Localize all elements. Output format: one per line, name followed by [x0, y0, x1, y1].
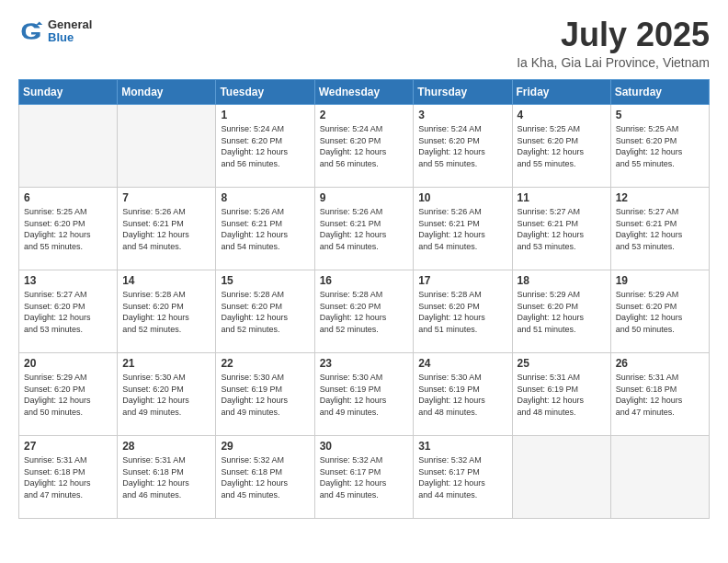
- calendar-cell: 27Sunrise: 5:31 AM Sunset: 6:18 PM Dayli…: [19, 436, 118, 519]
- day-info: Sunrise: 5:25 AM Sunset: 6:20 PM Dayligh…: [24, 206, 112, 252]
- calendar-week-3: 13Sunrise: 5:27 AM Sunset: 6:20 PM Dayli…: [19, 270, 710, 353]
- calendar-cell: 15Sunrise: 5:28 AM Sunset: 6:20 PM Dayli…: [216, 270, 314, 353]
- calendar-cell: 12Sunrise: 5:27 AM Sunset: 6:21 PM Dayli…: [610, 188, 709, 270]
- day-number: 25: [518, 357, 606, 370]
- day-number: 31: [418, 440, 506, 453]
- day-info: Sunrise: 5:32 AM Sunset: 6:17 PM Dayligh…: [418, 454, 506, 500]
- day-info: Sunrise: 5:24 AM Sunset: 6:20 PM Dayligh…: [320, 123, 409, 169]
- weekday-header-sunday: Sunday: [19, 80, 118, 105]
- calendar-table: SundayMondayTuesdayWednesdayThursdayFrid…: [18, 79, 710, 519]
- day-number: 7: [122, 191, 210, 204]
- day-info: Sunrise: 5:28 AM Sunset: 6:20 PM Dayligh…: [418, 289, 506, 335]
- weekday-header-friday: Friday: [512, 80, 610, 105]
- day-info: Sunrise: 5:32 AM Sunset: 6:18 PM Dayligh…: [221, 454, 309, 500]
- calendar-cell: 22Sunrise: 5:30 AM Sunset: 6:19 PM Dayli…: [216, 353, 314, 436]
- day-info: Sunrise: 5:24 AM Sunset: 6:20 PM Dayligh…: [418, 123, 506, 169]
- weekday-header-tuesday: Tuesday: [216, 80, 314, 105]
- day-info: Sunrise: 5:30 AM Sunset: 6:19 PM Dayligh…: [221, 372, 309, 418]
- day-info: Sunrise: 5:24 AM Sunset: 6:20 PM Dayligh…: [221, 123, 309, 169]
- calendar-cell: 10Sunrise: 5:26 AM Sunset: 6:21 PM Dayli…: [414, 188, 512, 270]
- day-info: Sunrise: 5:25 AM Sunset: 6:20 PM Dayligh…: [616, 123, 704, 169]
- calendar-cell: [118, 105, 216, 188]
- day-info: Sunrise: 5:28 AM Sunset: 6:20 PM Dayligh…: [320, 289, 409, 335]
- day-info: Sunrise: 5:26 AM Sunset: 6:21 PM Dayligh…: [320, 206, 409, 252]
- calendar-cell: 9Sunrise: 5:26 AM Sunset: 6:21 PM Daylig…: [314, 188, 414, 270]
- weekday-header-thursday: Thursday: [414, 80, 512, 105]
- logo-text: General Blue: [48, 18, 92, 45]
- day-number: 4: [518, 109, 606, 121]
- day-number: 19: [616, 274, 704, 287]
- calendar-cell: 2Sunrise: 5:24 AM Sunset: 6:20 PM Daylig…: [314, 105, 414, 188]
- day-info: Sunrise: 5:27 AM Sunset: 6:20 PM Dayligh…: [24, 289, 112, 335]
- calendar-cell: 17Sunrise: 5:28 AM Sunset: 6:20 PM Dayli…: [414, 270, 512, 353]
- day-number: 15: [221, 274, 309, 287]
- calendar-week-5: 27Sunrise: 5:31 AM Sunset: 6:18 PM Dayli…: [19, 436, 710, 519]
- calendar-cell: 30Sunrise: 5:32 AM Sunset: 6:17 PM Dayli…: [314, 436, 414, 519]
- day-info: Sunrise: 5:30 AM Sunset: 6:20 PM Dayligh…: [122, 372, 210, 418]
- logo-icon: [18, 18, 44, 44]
- calendar-cell: [512, 436, 610, 519]
- calendar-cell: 14Sunrise: 5:28 AM Sunset: 6:20 PM Dayli…: [118, 270, 216, 353]
- logo-blue: Blue: [48, 31, 92, 44]
- day-number: 28: [122, 440, 210, 453]
- calendar-cell: [19, 105, 118, 188]
- calendar-cell: 29Sunrise: 5:32 AM Sunset: 6:18 PM Dayli…: [216, 436, 314, 519]
- day-number: 16: [320, 274, 409, 287]
- calendar-cell: 21Sunrise: 5:30 AM Sunset: 6:20 PM Dayli…: [118, 353, 216, 436]
- day-number: 2: [320, 109, 409, 121]
- day-info: Sunrise: 5:30 AM Sunset: 6:19 PM Dayligh…: [320, 372, 409, 418]
- calendar-cell: 19Sunrise: 5:29 AM Sunset: 6:20 PM Dayli…: [610, 270, 709, 353]
- day-number: 1: [221, 109, 309, 121]
- calendar-cell: 28Sunrise: 5:31 AM Sunset: 6:18 PM Dayli…: [118, 436, 216, 519]
- day-info: Sunrise: 5:27 AM Sunset: 6:21 PM Dayligh…: [518, 206, 606, 252]
- day-info: Sunrise: 5:26 AM Sunset: 6:21 PM Dayligh…: [418, 206, 506, 252]
- day-info: Sunrise: 5:32 AM Sunset: 6:17 PM Dayligh…: [320, 454, 409, 500]
- calendar-cell: 6Sunrise: 5:25 AM Sunset: 6:20 PM Daylig…: [19, 188, 118, 270]
- day-info: Sunrise: 5:28 AM Sunset: 6:20 PM Dayligh…: [122, 289, 210, 335]
- day-info: Sunrise: 5:31 AM Sunset: 6:19 PM Dayligh…: [518, 372, 606, 418]
- calendar-week-1: 1Sunrise: 5:24 AM Sunset: 6:20 PM Daylig…: [19, 105, 710, 188]
- day-info: Sunrise: 5:29 AM Sunset: 6:20 PM Dayligh…: [518, 289, 606, 335]
- day-number: 18: [518, 274, 606, 287]
- day-number: 20: [24, 357, 112, 370]
- calendar-cell: 7Sunrise: 5:26 AM Sunset: 6:21 PM Daylig…: [118, 188, 216, 270]
- calendar-cell: 11Sunrise: 5:27 AM Sunset: 6:21 PM Dayli…: [512, 188, 610, 270]
- logo: General Blue: [18, 18, 92, 45]
- day-info: Sunrise: 5:26 AM Sunset: 6:21 PM Dayligh…: [122, 206, 210, 252]
- weekday-header-row: SundayMondayTuesdayWednesdayThursdayFrid…: [19, 80, 710, 105]
- day-info: Sunrise: 5:25 AM Sunset: 6:20 PM Dayligh…: [518, 123, 606, 169]
- day-number: 22: [221, 357, 309, 370]
- page-header: General Blue July 2025 Ia Kha, Gia Lai P…: [18, 18, 710, 70]
- calendar-cell: 20Sunrise: 5:29 AM Sunset: 6:20 PM Dayli…: [19, 353, 118, 436]
- calendar-cell: [610, 436, 709, 519]
- calendar-cell: 25Sunrise: 5:31 AM Sunset: 6:19 PM Dayli…: [512, 353, 610, 436]
- title-block: July 2025 Ia Kha, Gia Lai Province, Viet…: [517, 18, 710, 70]
- day-info: Sunrise: 5:30 AM Sunset: 6:19 PM Dayligh…: [418, 372, 506, 418]
- day-number: 27: [24, 440, 112, 453]
- calendar-week-2: 6Sunrise: 5:25 AM Sunset: 6:20 PM Daylig…: [19, 188, 710, 270]
- day-info: Sunrise: 5:29 AM Sunset: 6:20 PM Dayligh…: [24, 372, 112, 418]
- weekday-header-saturday: Saturday: [610, 80, 709, 105]
- day-number: 10: [418, 191, 506, 204]
- day-info: Sunrise: 5:31 AM Sunset: 6:18 PM Dayligh…: [616, 372, 704, 418]
- day-number: 5: [616, 109, 704, 121]
- day-number: 17: [418, 274, 506, 287]
- day-number: 30: [320, 440, 409, 453]
- day-info: Sunrise: 5:31 AM Sunset: 6:18 PM Dayligh…: [122, 454, 210, 500]
- weekday-header-wednesday: Wednesday: [314, 80, 414, 105]
- day-info: Sunrise: 5:27 AM Sunset: 6:21 PM Dayligh…: [616, 206, 704, 252]
- day-number: 9: [320, 191, 409, 204]
- calendar-cell: 1Sunrise: 5:24 AM Sunset: 6:20 PM Daylig…: [216, 105, 314, 188]
- weekday-header-monday: Monday: [118, 80, 216, 105]
- day-number: 29: [221, 440, 309, 453]
- calendar-cell: 13Sunrise: 5:27 AM Sunset: 6:20 PM Dayli…: [19, 270, 118, 353]
- day-number: 11: [518, 191, 606, 204]
- calendar-cell: 31Sunrise: 5:32 AM Sunset: 6:17 PM Dayli…: [414, 436, 512, 519]
- day-number: 8: [221, 191, 309, 204]
- day-number: 6: [24, 191, 112, 204]
- day-number: 23: [320, 357, 409, 370]
- day-info: Sunrise: 5:28 AM Sunset: 6:20 PM Dayligh…: [221, 289, 309, 335]
- day-number: 13: [24, 274, 112, 287]
- day-info: Sunrise: 5:29 AM Sunset: 6:20 PM Dayligh…: [616, 289, 704, 335]
- calendar-cell: 5Sunrise: 5:25 AM Sunset: 6:20 PM Daylig…: [610, 105, 709, 188]
